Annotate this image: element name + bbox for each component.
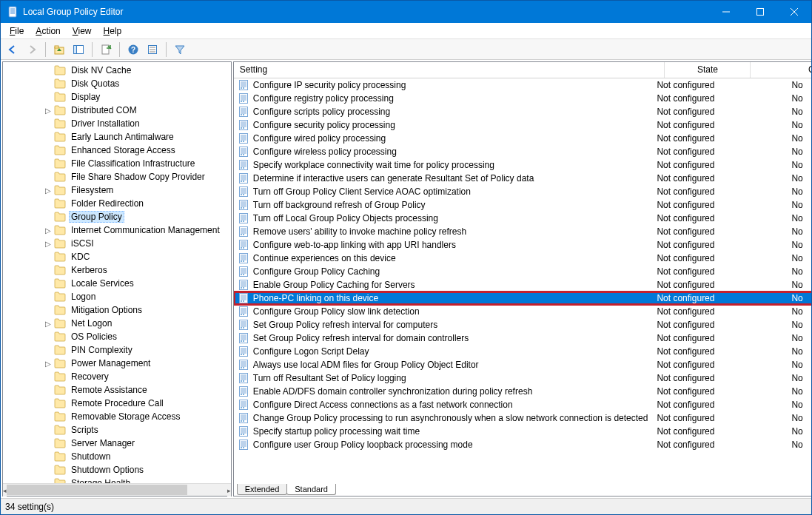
setting-row[interactable]: Always use local ADM files for Group Pol… (234, 358, 812, 371)
tree-item[interactable]: Disk NV Cache (3, 64, 231, 77)
list-pane: Setting State Comment Configure IP secur… (233, 61, 812, 497)
setting-name: Configure wired policy processing (253, 133, 653, 144)
expand-icon[interactable]: ▷ (43, 107, 53, 115)
setting-row[interactable]: Specify workplace connectivity wait time… (234, 158, 812, 172)
expand-icon[interactable]: ▷ (43, 240, 53, 248)
properties-button[interactable] (144, 41, 161, 58)
tab-standard[interactable]: Standard (286, 484, 336, 495)
tree-item[interactable]: Enhanced Storage Access (3, 144, 231, 157)
tree-item[interactable]: Server Manager (3, 437, 231, 450)
tab-extended[interactable]: Extended (237, 484, 287, 495)
setting-row[interactable]: Set Group Policy refresh interval for do… (234, 331, 812, 345)
tree-item[interactable]: ▷Power Management (3, 357, 231, 370)
setting-state: Not configured (652, 306, 738, 317)
tree-item[interactable]: Folder Redirection (3, 197, 231, 210)
setting-row[interactable]: Configure Group Policy CachingNot config… (234, 265, 812, 278)
tree-item[interactable]: Shutdown Options (3, 463, 231, 477)
setting-row[interactable]: Configure registry policy processingNot … (234, 92, 812, 105)
setting-row[interactable]: Change Group Policy processing to run as… (234, 411, 812, 425)
close-button[interactable] (777, 1, 811, 23)
filter-button[interactable] (171, 41, 189, 58)
folder-tree[interactable]: Disk NV CacheDisk QuotasDisplay▷Distribu… (3, 62, 231, 483)
setting-row[interactable]: Set Group Policy refresh interval for co… (234, 318, 812, 331)
scroll-thumb[interactable] (7, 485, 187, 495)
tree-item[interactable]: Storage Health (3, 477, 231, 483)
setting-row[interactable]: Specify startup policy processing wait t… (234, 425, 812, 438)
menu-help[interactable]: Help (98, 24, 128, 38)
expand-icon[interactable]: ▷ (43, 360, 53, 368)
setting-row[interactable]: Enable AD/DFS domain controller synchron… (234, 385, 812, 398)
setting-row[interactable]: Phone-PC linking on this deviceNot confi… (234, 292, 812, 305)
column-comment[interactable]: Comment (751, 62, 812, 78)
tree-item[interactable]: Kerberos (3, 263, 231, 277)
show-hide-tree-button[interactable] (70, 41, 87, 58)
export-button[interactable] (97, 41, 115, 58)
tree-item[interactable]: KDC (3, 250, 231, 263)
setting-row[interactable]: Configure Group Policy slow link detecti… (234, 305, 812, 318)
setting-row[interactable]: Turn off Group Policy Client Service AOA… (234, 185, 812, 198)
tree-item-label: Group Policy (69, 211, 124, 223)
setting-row[interactable]: Configure user Group Policy loopback pro… (234, 438, 812, 451)
setting-row[interactable]: Remove users' ability to invoke machine … (234, 225, 812, 238)
tree-item[interactable]: Shutdown (3, 450, 231, 463)
setting-row[interactable]: Configure wireless policy processingNot … (234, 145, 812, 158)
up-button[interactable] (50, 41, 68, 58)
setting-row[interactable]: Determine if interactive users can gener… (234, 172, 812, 185)
setting-row[interactable]: Turn off background refresh of Group Pol… (234, 198, 812, 212)
tree-item[interactable]: ▷iSCSI (3, 237, 231, 250)
folder-icon (54, 385, 66, 395)
tree-item[interactable]: PIN Complexity (3, 343, 231, 357)
menu-view[interactable]: View (67, 24, 98, 38)
tree-item[interactable]: Disk Quotas (3, 77, 231, 90)
tree-item[interactable]: File Share Shadow Copy Provider (3, 170, 231, 184)
tree-item-label: Display (69, 91, 102, 103)
tree-item[interactable]: OS Policies (3, 330, 231, 343)
tree-item[interactable]: Driver Installation (3, 117, 231, 130)
setting-row[interactable]: Continue experiences on this deviceNot c… (234, 252, 812, 265)
help-button[interactable]: ? (124, 41, 142, 58)
setting-row[interactable]: Configure security policy processingNot … (234, 118, 812, 132)
tree-item[interactable]: Scripts (3, 423, 231, 437)
menu-action[interactable]: Action (30, 24, 66, 38)
tree-item[interactable]: File Classification Infrastructure (3, 157, 231, 170)
expand-icon[interactable]: ▷ (43, 186, 53, 195)
setting-row[interactable]: Configure web-to-app linking with app UR… (234, 238, 812, 252)
menu-file[interactable]: File (4, 24, 30, 38)
tree-item[interactable]: Early Launch Antimalware (3, 130, 231, 144)
tree-item[interactable]: Group Policy (3, 210, 231, 223)
setting-row[interactable]: Enable Group Policy Caching for ServersN… (234, 278, 812, 292)
setting-state: Not configured (652, 200, 738, 210)
tree-item[interactable]: Remote Procedure Call (3, 397, 231, 410)
tree-item[interactable]: ▷Internet Communication Management (3, 223, 231, 237)
maximize-button[interactable] (743, 1, 777, 23)
tree-item[interactable]: Recovery (3, 370, 231, 383)
tree-item[interactable]: Remote Assistance (3, 383, 231, 397)
tree-item[interactable]: ▷Net Logon (3, 317, 231, 330)
setting-row[interactable]: Configure IP security policy processingN… (234, 78, 812, 92)
setting-row[interactable]: Turn off Resultant Set of Policy logging… (234, 371, 812, 385)
tree-item[interactable]: Mitigation Options (3, 303, 231, 317)
expand-icon[interactable]: ▷ (43, 320, 53, 328)
tree-item[interactable]: Removable Storage Access (3, 410, 231, 423)
tree-item[interactable]: Logon (3, 290, 231, 303)
settings-list[interactable]: Configure IP security policy processingN… (234, 78, 812, 451)
svg-point-179 (241, 380, 242, 382)
tree-item[interactable]: Display (3, 90, 231, 104)
column-setting[interactable]: Setting (234, 62, 665, 78)
setting-row[interactable]: Configure Logon Script DelayNot configur… (234, 345, 812, 358)
setting-row[interactable]: Turn off Local Group Policy Objects proc… (234, 212, 812, 225)
setting-row[interactable]: Configure Direct Access connections as a… (234, 398, 812, 411)
column-state[interactable]: State (665, 62, 751, 78)
tree-item[interactable]: ▷Distributed COM (3, 104, 231, 117)
forward-button[interactable] (23, 41, 41, 58)
tree-item[interactable]: Locale Services (3, 277, 231, 290)
expand-icon[interactable]: ▷ (43, 226, 53, 235)
back-button[interactable] (4, 41, 21, 58)
tree-hscrollbar[interactable]: ◂ ▸ (3, 483, 231, 496)
setting-row[interactable]: Configure scripts policy processingNot c… (234, 105, 812, 118)
minimize-button[interactable] (709, 1, 743, 23)
setting-comment: No (738, 400, 812, 410)
tree-item[interactable]: ▷Filesystem (3, 184, 231, 197)
setting-row[interactable]: Configure wired policy processingNot con… (234, 132, 812, 145)
scroll-right-icon[interactable]: ▸ (227, 484, 231, 497)
